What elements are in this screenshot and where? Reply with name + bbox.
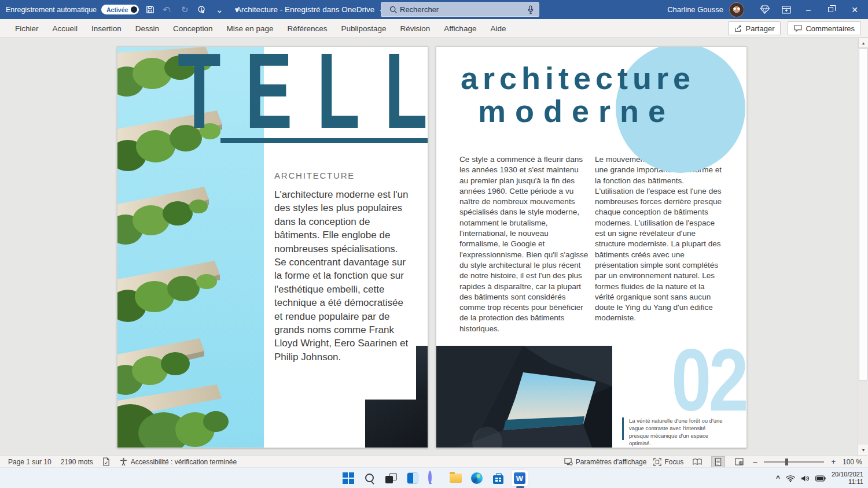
touch-mode-icon (197, 5, 207, 14)
print-layout-icon (715, 458, 722, 466)
autosave-toggle[interactable]: Activée (101, 5, 139, 14)
tab-fichier[interactable]: Fichier (8, 19, 46, 38)
comments-button[interactable]: Commentaires (788, 21, 861, 35)
taskbar-search-button[interactable] (361, 469, 378, 487)
titlebar-right-group: Charline Gousse – ✕ (667, 0, 868, 19)
document-title-group[interactable]: Architecture - Enregistré dans OneDrive … (236, 0, 384, 19)
tab-affichage[interactable]: Affichage (437, 19, 483, 38)
ribbon-display-options-icon (782, 6, 791, 14)
widgets-button[interactable] (404, 469, 421, 487)
read-mode-button[interactable] (690, 456, 704, 468)
premium-badge-button[interactable] (753, 0, 775, 19)
right-page-column-2[interactable]: Le mouvement moderne accorde une grande … (595, 154, 724, 324)
autosave-state-label: Activée (106, 6, 128, 13)
store-icon (493, 475, 503, 484)
share-button[interactable]: Partager (728, 21, 781, 35)
close-button[interactable]: ✕ (841, 0, 868, 19)
right-page-column-1[interactable]: Ce style a commencé à fleurir dans les a… (459, 154, 589, 334)
zoom-slider[interactable] (764, 461, 824, 463)
page-2[interactable]: architecture moderne Ce style a commencé… (436, 46, 747, 448)
widgets-icon (407, 472, 418, 484)
left-page-heading[interactable]: ARCHITECTURE (274, 171, 355, 180)
display-settings-button[interactable]: Paramètres d'affichage (564, 458, 647, 466)
clock[interactable]: 20/10/2021 11:11 (832, 471, 863, 486)
ribbon-actions: Partager Commentaires (728, 21, 861, 35)
avatar[interactable] (729, 2, 744, 17)
word-taskbar-button[interactable]: W (511, 469, 528, 487)
wifi-icon[interactable] (786, 475, 795, 482)
scroll-down-button[interactable]: ▼ (858, 445, 868, 455)
microphone-icon[interactable] (527, 5, 534, 14)
minimize-button[interactable]: – (797, 0, 819, 19)
tray-overflow-button[interactable]: ^ (776, 474, 780, 482)
quick-access-toolbar: Enregistrement automatique Activée ↶ ⌄ ↻… (6, 0, 243, 19)
photo-caption[interactable]: La vérité naturelle d'une forêt ou d'une… (629, 417, 723, 447)
battery-icon[interactable] (815, 475, 826, 482)
caption-rule (622, 417, 624, 440)
page-1[interactable]: TELL ARCHITECTURE L'architecture moderne… (117, 46, 428, 448)
zoom-level[interactable]: 100 % (843, 458, 862, 466)
customize-qat-button[interactable]: ⌄ (213, 3, 226, 17)
title-bar: Enregistrement automatique Activée ↶ ⌄ ↻… (0, 0, 868, 19)
touch-mode-button[interactable] (196, 3, 208, 17)
focus-button[interactable]: Focus (653, 458, 683, 466)
user-name[interactable]: Charline Gousse (667, 5, 723, 14)
concrete-structure-photo[interactable] (436, 346, 612, 448)
page-indicator[interactable]: Page 1 sur 10 (8, 458, 52, 466)
tray-time: 11:11 (848, 478, 863, 485)
tab-conception[interactable]: Conception (166, 19, 219, 38)
focus-icon (653, 458, 661, 466)
search-placeholder: Rechercher (400, 5, 527, 14)
zoom-out-button[interactable]: – (753, 457, 757, 466)
scrollbar-thumb[interactable] (859, 48, 867, 380)
start-button[interactable] (340, 469, 357, 487)
chat-button[interactable] (425, 469, 443, 487)
spread-page-number[interactable]: 02 (671, 336, 746, 424)
right-page-title[interactable]: architecture moderne (461, 62, 695, 128)
tab-accueil[interactable]: Accueil (46, 19, 85, 38)
zoom-in-button[interactable]: + (831, 457, 836, 466)
share-icon (734, 24, 742, 32)
vertical-scrollbar[interactable]: ▲ ▼ (858, 38, 868, 455)
web-layout-button[interactable] (732, 456, 746, 468)
word-count[interactable]: 2190 mots (61, 458, 93, 466)
task-view-button[interactable] (382, 469, 400, 487)
toggle-knob-icon (131, 6, 137, 13)
tab-insertion[interactable]: Insertion (84, 19, 128, 38)
tab-dessin[interactable]: Dessin (128, 19, 166, 38)
print-layout-button[interactable] (711, 456, 725, 468)
zoom-slider-thumb[interactable] (785, 459, 788, 465)
cover-big-title[interactable]: TELL (178, 46, 428, 145)
diamond-icon (760, 5, 770, 14)
search-input[interactable]: Rechercher (381, 2, 539, 17)
focus-label: Focus (664, 458, 683, 466)
scroll-up-button[interactable]: ▲ (858, 38, 868, 48)
taskbar-icons: W (0, 468, 868, 488)
scroll-down-icon: ▼ (862, 448, 866, 452)
store-button[interactable] (490, 469, 507, 487)
tab-aide[interactable]: Aide (483, 19, 513, 38)
volume-icon[interactable] (801, 475, 810, 482)
scroll-up-icon: ▲ (862, 41, 866, 45)
restore-button[interactable] (819, 0, 841, 19)
tab-mise-en-page[interactable]: Mise en page (219, 19, 280, 38)
tab-references[interactable]: Références (280, 19, 334, 38)
tray-date: 20/10/2021 (832, 471, 863, 478)
ribbon-display-options-button[interactable] (775, 0, 797, 19)
undo-button[interactable]: ↶ ⌄ (161, 3, 174, 17)
left-page-body-text[interactable]: L'architecture moderne est l'un des styl… (274, 188, 411, 364)
comments-label: Commentaires (806, 24, 855, 33)
file-explorer-button[interactable] (447, 469, 464, 487)
redo-button[interactable]: ↻ (178, 3, 191, 17)
edge-button[interactable] (468, 469, 486, 487)
ribbon-tab-row: Fichier Accueil Insertion Dessin Concept… (0, 19, 868, 38)
document-title: Architecture - Enregistré dans OneDrive (236, 5, 374, 14)
tab-revision[interactable]: Révision (393, 19, 437, 38)
save-button[interactable] (144, 3, 156, 17)
web-layout-icon (735, 458, 744, 465)
tab-publipostage[interactable]: Publipostage (334, 19, 393, 38)
status-bar: Page 1 sur 10 2190 mots Accessibilité : … (0, 455, 868, 467)
proofing-button[interactable] (102, 457, 110, 466)
windows-logo-icon (343, 472, 354, 484)
accessibility-status[interactable]: Accessibilité : vérification terminée (119, 457, 237, 466)
